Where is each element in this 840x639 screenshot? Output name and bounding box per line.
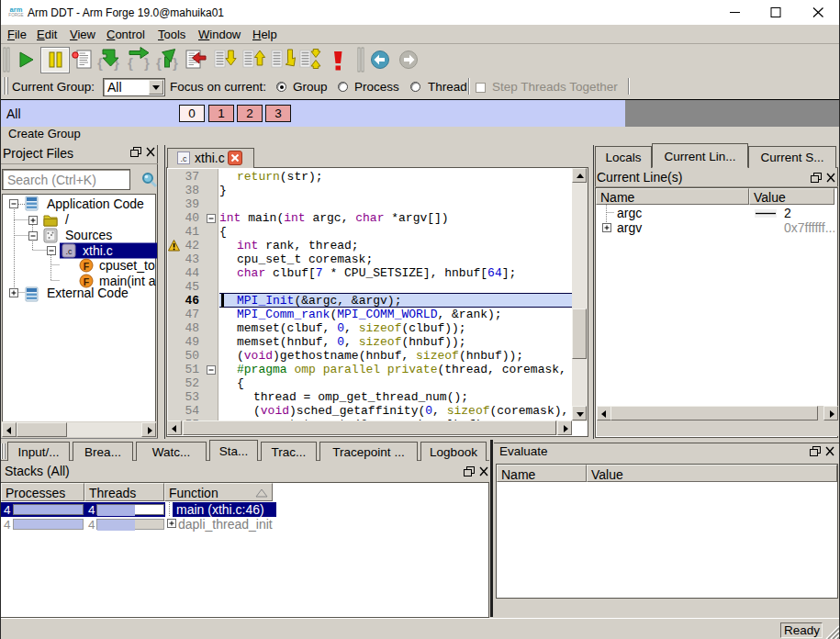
svg-text:{: {	[128, 55, 133, 71]
svg-text:cpuset_to: cpuset_to	[99, 258, 155, 273]
svg-text:{: {	[156, 55, 162, 71]
svg-text:0x7ffffff...: 0x7ffffff...	[784, 220, 834, 235]
svg-text:/: /	[65, 212, 69, 227]
svg-text:}: }	[173, 55, 178, 71]
svg-text:Sources: Sources	[65, 228, 112, 242]
svg-text:FORGE: FORGE	[8, 13, 23, 17]
svg-text:.c: .c	[65, 247, 73, 256]
svg-text:}: }	[144, 55, 150, 71]
svg-text:2: 2	[784, 206, 791, 220]
svg-text:Application Code: Application Code	[47, 196, 144, 211]
svg-text:xthi.c: xthi.c	[83, 243, 113, 258]
svg-text:F: F	[84, 261, 90, 272]
svg-text:External Code: External Code	[47, 286, 129, 300]
svg-text:.c: .c	[180, 154, 187, 163]
svg-text:argv: argv	[617, 220, 642, 235]
svg-text:argc: argc	[617, 206, 642, 220]
